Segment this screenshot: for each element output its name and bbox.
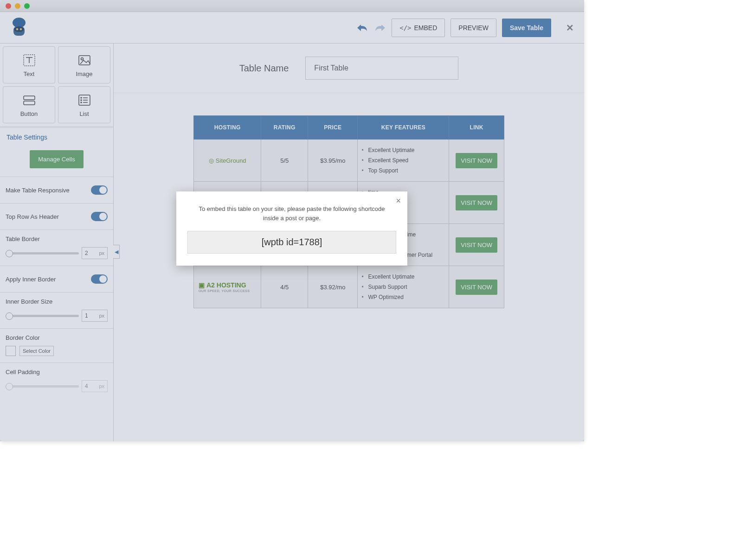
modal-text: To embed this table on your site, please… bbox=[190, 204, 393, 223]
modal-close-icon[interactable]: × bbox=[396, 196, 401, 206]
shortcode-box[interactable]: [wptb id=1788] bbox=[187, 231, 396, 254]
embed-modal: × To embed this table on your site, plea… bbox=[176, 191, 407, 266]
